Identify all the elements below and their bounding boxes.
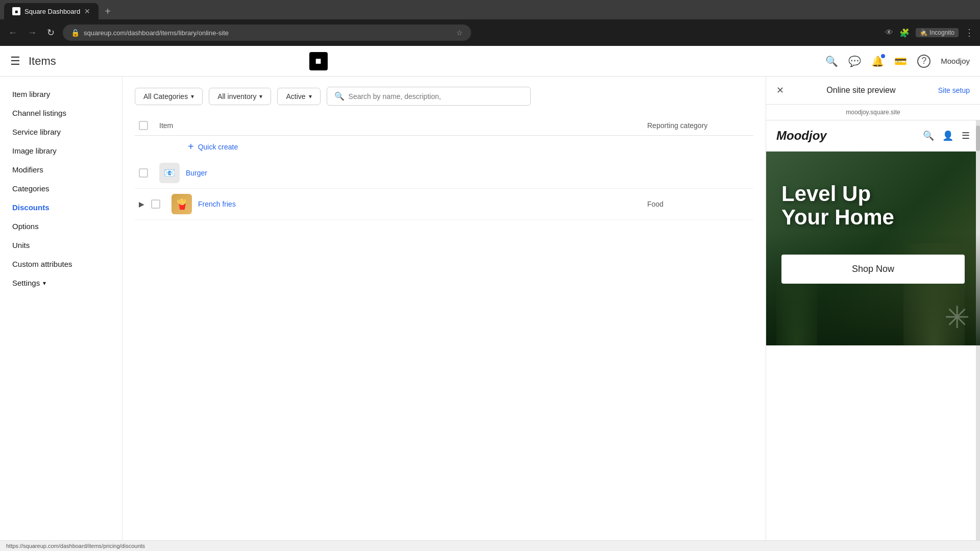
browser-tabs: ■ Square Dashboard ✕ + <box>0 0 980 19</box>
lock-icon: 🔒 <box>71 29 80 37</box>
main-content: Item library Channel listings Service li… <box>0 77 980 540</box>
card-icon[interactable]: 💳 <box>894 55 907 67</box>
bell-icon[interactable]: 🔔 <box>871 55 884 67</box>
burger-thumb: 📧 <box>159 163 180 183</box>
search-icon[interactable]: 🔍 <box>825 55 838 67</box>
site-search-icon: 🔍 <box>923 130 934 141</box>
menu-dots-icon[interactable]: ⋮ <box>965 27 974 38</box>
table-row: ▶ 🍟 French fries Food <box>135 189 753 220</box>
help-icon[interactable]: ? <box>917 55 930 68</box>
sidebar-item-channel-listings[interactable]: Channel listings <box>0 104 122 122</box>
active-tab[interactable]: ■ Square Dashboard ✕ <box>4 3 99 19</box>
browser-actions: 👁 🧩 🕵 Incognito ⋮ <box>885 27 974 38</box>
notification-dot <box>881 54 885 58</box>
status-url: https://squareup.com/dashboard/items/pri… <box>6 543 145 549</box>
status-chevron-icon: ▾ <box>309 93 312 100</box>
incognito-badge: 🕵 Incognito <box>916 28 959 37</box>
preview-url-bar: moodjoy.square.site <box>766 105 980 120</box>
tab-favicon: ■ <box>12 7 20 15</box>
preview-content: moodjoy.square.site Moodjoy 🔍 👤 ☰ <box>766 105 980 540</box>
hero-title-line2: Your Home <box>781 206 965 229</box>
status-bar: https://squareup.com/dashboard/items/pri… <box>0 540 980 551</box>
nav-icons: 🔍 💬 🔔 💳 ? Moodjoy <box>825 55 970 68</box>
hero-title-line1: Level Up <box>781 182 965 206</box>
sidebar: Item library Channel listings Service li… <box>0 77 122 540</box>
browser-chrome: ■ Square Dashboard ✕ + ← → ↻ 🔒 squareup.… <box>0 0 980 46</box>
fries-category-cell: Food <box>647 200 749 208</box>
row-checkbox-cell-burger <box>139 168 159 178</box>
categories-chevron-icon: ▾ <box>191 93 194 100</box>
site-navbar: Moodjoy 🔍 👤 ☰ <box>766 120 980 152</box>
site-setup-link[interactable]: Site setup <box>938 86 970 94</box>
extensions-icon[interactable]: 🧩 <box>899 28 910 38</box>
table-row: 📧 Burger <box>135 158 753 189</box>
sidebar-item-discounts[interactable]: Discounts <box>0 198 122 217</box>
quick-create-label: Quick create <box>198 143 238 151</box>
quick-create-row[interactable]: + Quick create <box>135 136 753 158</box>
refresh-btn[interactable]: ↻ <box>45 25 57 40</box>
back-btn[interactable]: ← <box>6 26 19 40</box>
bookmark-star-icon[interactable]: ☆ <box>456 29 463 37</box>
top-navbar: ☰ Items ■ 🔍 💬 🔔 💳 ? Moodjoy <box>0 46 980 77</box>
app-container: ☰ Items ■ 🔍 💬 🔔 💳 ? Moodjoy Item library… <box>0 46 980 551</box>
url-display: squareup.com/dashboard/items/library/onl… <box>84 29 452 37</box>
hero-text: Level Up Your Home <box>766 152 980 244</box>
eye-slash-icon: 👁 <box>885 28 893 37</box>
sidebar-item-image-library[interactable]: Image library <box>0 141 122 160</box>
right-panel: ✕ Online site preview Site setup moodjoy… <box>766 77 980 540</box>
burger-item-cell: 📧 Burger <box>159 163 647 183</box>
select-all-checkbox[interactable] <box>139 121 148 130</box>
search-box[interactable]: 🔍 <box>327 87 531 106</box>
address-bar[interactable]: 🔒 squareup.com/dashboard/items/library/o… <box>63 24 471 41</box>
table-header: Item Reporting category <box>135 116 753 136</box>
fries-item-name[interactable]: French fries <box>198 200 236 208</box>
hero-section: ✳ Level Up Your Home Shop Now <box>766 152 980 345</box>
preview-site: Moodjoy 🔍 👤 ☰ <box>766 120 980 540</box>
categories-filter-btn[interactable]: All Categories ▾ <box>135 88 203 105</box>
header-checkbox-cell <box>139 121 159 130</box>
site-nav-icons: 🔍 👤 ☰ <box>923 130 970 141</box>
browser-controls: ← → ↻ 🔒 squareup.com/dashboard/items/lib… <box>0 19 980 46</box>
row-expand-icon[interactable]: ▶ <box>139 200 149 208</box>
search-input[interactable] <box>349 92 523 101</box>
page-title: Items <box>29 55 56 68</box>
sidebar-item-modifiers[interactable]: Modifiers <box>0 160 122 179</box>
preview-header: ✕ Online site preview Site setup <box>766 77 980 105</box>
sidebar-item-custom-attributes[interactable]: Custom attributes <box>0 255 122 273</box>
sidebar-item-options[interactable]: Options <box>0 217 122 236</box>
new-tab-btn[interactable]: + <box>101 4 115 19</box>
tab-close-btn[interactable]: ✕ <box>84 7 90 15</box>
site-menu-icon: ☰ <box>962 130 970 141</box>
preview-close-btn[interactable]: ✕ <box>776 85 784 96</box>
forward-btn[interactable]: → <box>26 26 39 40</box>
sidebar-item-item-library[interactable]: Item library <box>0 85 122 104</box>
scrollbar-thumb <box>976 126 980 151</box>
preview-title: Online site preview <box>826 86 895 95</box>
header-category-cell: Reporting category <box>647 121 749 130</box>
row-checkbox-burger[interactable] <box>139 168 148 178</box>
filter-bar: All Categories ▾ All inventory ▾ Active … <box>135 87 753 106</box>
main-panel: All Categories ▾ All inventory ▾ Active … <box>122 77 766 540</box>
site-user-icon: 👤 <box>942 130 953 141</box>
sidebar-item-service-library[interactable]: Service library <box>0 122 122 141</box>
sidebar-item-units[interactable]: Units <box>0 236 122 255</box>
row-checkbox-cell-fries <box>151 199 172 209</box>
nav-logo: ■ <box>309 52 328 70</box>
chat-icon[interactable]: 💬 <box>848 55 861 67</box>
row-checkbox-fries[interactable] <box>151 199 160 209</box>
sidebar-item-categories[interactable]: Categories <box>0 179 122 198</box>
fries-item-cell: 🍟 French fries <box>172 194 647 214</box>
inventory-filter-btn[interactable]: All inventory ▾ <box>209 88 271 105</box>
sidebar-item-settings[interactable]: Settings ▾ <box>0 273 122 292</box>
user-name[interactable]: Moodjoy <box>941 57 970 65</box>
settings-chevron-icon: ▾ <box>43 280 46 287</box>
tab-label: Square Dashboard <box>24 8 80 15</box>
header-item-cell: Item <box>159 121 647 130</box>
status-filter-btn[interactable]: Active ▾ <box>277 88 320 105</box>
shop-now-btn[interactable]: Shop Now <box>781 255 965 284</box>
square-logo-icon: ■ <box>309 52 328 70</box>
fries-thumb: 🍟 <box>172 194 192 214</box>
burger-item-name[interactable]: Burger <box>186 169 207 177</box>
inventory-chevron-icon: ▾ <box>259 93 262 100</box>
hamburger-menu-btn[interactable]: ☰ <box>10 55 20 68</box>
